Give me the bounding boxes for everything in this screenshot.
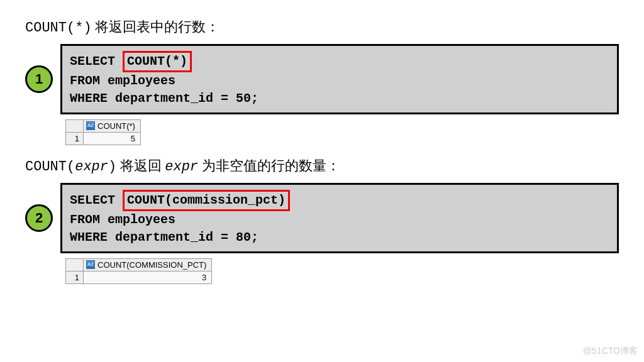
sql-box-2: SELECT COUNT(commission_pct) FROM employ… (60, 183, 619, 253)
result2-value: 3 (84, 272, 212, 284)
desc2-mid-paren: ) (108, 159, 116, 175)
sort-icon: AZ (86, 121, 95, 130)
sql2-line2: FROM employees (70, 211, 609, 229)
result1-header-text: COUNT(*) (97, 121, 135, 131)
sql2-highlight: COUNT(commission_pct) (123, 190, 290, 211)
sql1-line2: FROM employees (70, 72, 609, 90)
desc2-prefix: COUNT( (25, 159, 75, 175)
result1-wrap: AZCOUNT(*) 1 5 (65, 119, 619, 145)
example1-row: 1 SELECT COUNT(*) FROM employees WHERE d… (25, 44, 619, 114)
result2-rownum: 1 (66, 272, 84, 284)
example2-row: 2 SELECT COUNT(commission_pct) FROM empl… (25, 183, 619, 253)
result-table-2: AZCOUNT(COMMISSION_PCT) 1 3 (65, 258, 212, 284)
badge-1: 1 (25, 65, 53, 93)
sql1-select: SELECT (70, 54, 123, 69)
sql1-highlight: COUNT(*) (123, 51, 192, 72)
result1-value: 5 (84, 133, 141, 145)
section2-description: COUNT(expr) 将返回 expr 为非空值的行的数量： (25, 156, 619, 175)
result1-corner (66, 120, 84, 133)
desc2-expr2: expr (165, 159, 198, 175)
sql2-select: SELECT (70, 193, 123, 207)
desc2-mid: 将返回 (116, 158, 165, 173)
result2-corner (66, 259, 84, 272)
badge-2: 2 (25, 204, 53, 232)
result2-wrap: AZCOUNT(COMMISSION_PCT) 1 3 (65, 258, 619, 284)
sql1-line1: SELECT COUNT(*) (70, 51, 609, 72)
sql-box-1: SELECT COUNT(*) FROM employees WHERE dep… (60, 44, 619, 114)
result1-header: AZCOUNT(*) (84, 120, 141, 133)
sort-icon: AZ (86, 260, 95, 269)
watermark: @51CTO博客 (583, 346, 638, 357)
desc1-prefix: COUNT(*) (25, 20, 92, 36)
sql2-line1: SELECT COUNT(commission_pct) (70, 190, 609, 211)
desc1-text: 将返回表中的行数： (92, 19, 220, 35)
sql2-line3: WHERE department_id = 80; (70, 229, 609, 246)
result2-header: AZCOUNT(COMMISSION_PCT) (84, 259, 212, 272)
result1-rownum: 1 (66, 133, 84, 145)
result-table-1: AZCOUNT(*) 1 5 (65, 119, 141, 145)
section1-description: COUNT(*) 将返回表中的行数： (25, 18, 619, 36)
result2-header-text: COUNT(COMMISSION_PCT) (97, 260, 206, 270)
desc2-expr: expr (75, 159, 108, 175)
desc2-suffix: 为非空值的行的数量： (198, 158, 340, 173)
sql1-line3: WHERE department_id = 50; (70, 90, 609, 107)
